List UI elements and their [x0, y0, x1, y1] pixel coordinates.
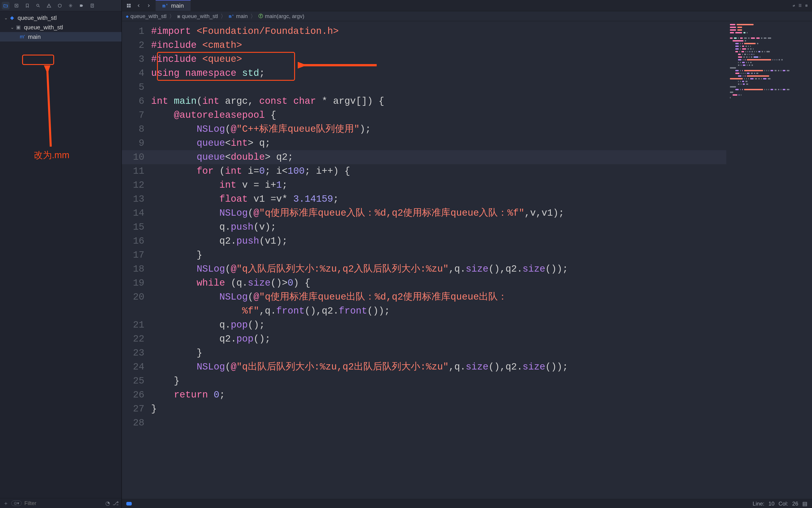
- status-col-value: 26: [792, 501, 798, 507]
- code-content[interactable]: return 0;: [151, 388, 726, 402]
- scm-filter-icon[interactable]: ⎇: [113, 501, 118, 506]
- code-line[interactable]: 16 q2.push(v1);: [122, 234, 726, 248]
- filter-input[interactable]: [25, 500, 102, 506]
- code-content[interactable]: NSLog(@"C++标准库queue队列使用");: [151, 122, 726, 136]
- editor-area: m' main ⇄ ☰ ⊞ ◆ queue_with_stl 〉 ▣ queue…: [122, 0, 812, 508]
- code-content[interactable]: q.push(v);: [151, 220, 726, 234]
- code-line[interactable]: 12 int v = i+1;: [122, 178, 726, 192]
- code-content[interactable]: q2.pop();: [151, 332, 726, 346]
- code-content[interactable]: }: [151, 248, 726, 262]
- code-content[interactable]: %f",q.front(),q2.front());: [151, 304, 726, 318]
- code-line[interactable]: 24 NSLog(@"q出队后队列大小:%zu,q2出队后队列大小:%zu",q…: [122, 360, 726, 374]
- code-line[interactable]: 2#include <cmath>: [122, 38, 726, 52]
- code-line[interactable]: 22 q2.pop();: [122, 332, 726, 346]
- gutter: 10: [122, 150, 151, 164]
- code-line[interactable]: 21 q.pop();: [122, 318, 726, 332]
- project-navigator-icon[interactable]: [2, 2, 9, 9]
- code-line[interactable]: 28: [122, 416, 726, 430]
- gutter: 20: [122, 290, 151, 304]
- debug-navigator-icon[interactable]: [67, 2, 75, 9]
- code-content[interactable]: }: [151, 346, 726, 360]
- code-line[interactable]: 13 float v1 =v* 3.14159;: [122, 192, 726, 206]
- code-line[interactable]: 15 q.push(v);: [122, 220, 726, 234]
- report-navigator-icon[interactable]: [88, 2, 96, 9]
- code-line[interactable]: 23 }: [122, 346, 726, 360]
- code-content[interactable]: #include <cmath>: [151, 38, 726, 52]
- code-line[interactable]: 25 }: [122, 374, 726, 388]
- code-line[interactable]: 10 queue<double> q2;: [122, 150, 726, 164]
- project-name: queue_with_stl: [17, 14, 57, 22]
- breakpoint-navigator-icon[interactable]: [78, 2, 85, 9]
- code-content[interactable]: NSLog(@"q入队后队列大小:%zu,q2入队后队列大小:%zu",q.si…: [151, 262, 726, 276]
- filter-scope-pill[interactable]: ⊙▾: [11, 501, 22, 506]
- code-content[interactable]: int v = i+1;: [151, 178, 726, 192]
- source-control-icon[interactable]: [13, 2, 20, 9]
- code-content[interactable]: q.pop();: [151, 318, 726, 332]
- file-row-main[interactable]: m' main: [0, 32, 122, 42]
- code-line[interactable]: 18 NSLog(@"q入队后队列大小:%zu,q2入队后队列大小:%zu",q…: [122, 262, 726, 276]
- code-editor[interactable]: 1#import <Foundation/Foundation.h>2#incl…: [122, 21, 726, 499]
- add-icon[interactable]: ＋: [3, 501, 9, 506]
- outline-icon[interactable]: ▤: [802, 501, 808, 507]
- code-line[interactable]: 19 while (q.size()>0) {: [122, 276, 726, 290]
- function-icon: ⓕ: [258, 13, 263, 19]
- back-icon[interactable]: [135, 2, 142, 9]
- code-content[interactable]: NSLog(@"q使用标准库queue入队：%d,q2使用标准库queue入队：…: [151, 206, 726, 220]
- clock-icon[interactable]: ◔: [105, 501, 110, 506]
- code-content[interactable]: for (int i=0; i<100; i++) {: [151, 164, 726, 178]
- status-indicator-icon[interactable]: [126, 502, 132, 506]
- code-content[interactable]: }: [151, 402, 726, 416]
- code-line[interactable]: 20 NSLog(@"q使用标准库queue出队：%d,q2使用标准库queue…: [122, 290, 726, 304]
- tab-main[interactable]: m' main: [156, 0, 190, 11]
- file-tree[interactable]: ⌄ ◆ queue_with_stl ⌄ ▣ queue_with_stl m'…: [0, 11, 122, 498]
- breadcrumb-item[interactable]: main(argc, argv): [265, 13, 304, 19]
- code-content[interactable]: NSLog(@"q出队后队列大小:%zu,q2出队后队列大小:%zu",q.si…: [151, 360, 726, 374]
- code-content[interactable]: @autoreleasepool {: [151, 108, 726, 122]
- status-bar: Line: 10 Col: 26 ▤: [122, 499, 812, 508]
- search-navigator-icon[interactable]: [34, 2, 42, 9]
- project-row[interactable]: ⌄ ◆ queue_with_stl: [0, 13, 122, 23]
- code-line[interactable]: 1#import <Foundation/Foundation.h>: [122, 25, 726, 38]
- code-line[interactable]: 26 return 0;: [122, 388, 726, 402]
- forward-icon[interactable]: [145, 2, 153, 9]
- code-line[interactable]: 3#include <queue>: [122, 52, 726, 66]
- related-items-icon[interactable]: [125, 2, 133, 9]
- disclosure-icon[interactable]: ⌄: [4, 15, 9, 20]
- breadcrumb[interactable]: ◆ queue_with_stl 〉 ▣ queue_with_stl 〉 m'…: [122, 11, 812, 21]
- code-content[interactable]: float v1 =v* 3.14159;: [151, 192, 726, 206]
- code-line[interactable]: 11 for (int i=0; i<100; i++) {: [122, 164, 726, 178]
- code-content[interactable]: }: [151, 374, 726, 388]
- minimap[interactable]: [726, 21, 812, 499]
- code-line[interactable]: 8 NSLog(@"C++标准库queue队列使用");: [122, 122, 726, 136]
- code-line[interactable]: 17 }: [122, 248, 726, 262]
- refresh-icon[interactable]: ⇄: [793, 3, 795, 8]
- code-line[interactable]: 6int main(int argc, const char * argv[])…: [122, 94, 726, 108]
- issues-navigator-icon[interactable]: [45, 2, 53, 9]
- code-content[interactable]: while (q.size()>0) {: [151, 276, 726, 290]
- code-content[interactable]: queue<int> q;: [151, 136, 726, 150]
- adjust-editor-icon[interactable]: ☰: [799, 3, 802, 8]
- bookmark-navigator-icon[interactable]: [24, 2, 31, 9]
- folder-row[interactable]: ⌄ ▣ queue_with_stl: [0, 23, 122, 32]
- breadcrumb-item[interactable]: queue_with_stl: [130, 13, 166, 19]
- code-content[interactable]: #import <Foundation/Foundation.h>: [151, 25, 726, 38]
- code-line[interactable]: 14 NSLog(@"q使用标准库queue入队：%d,q2使用标准库queue…: [122, 206, 726, 220]
- code-content[interactable]: int main(int argc, const char * argv[]) …: [151, 94, 726, 108]
- code-line[interactable]: %f",q.front(),q2.front());: [122, 304, 726, 318]
- breadcrumb-item[interactable]: queue_with_stl: [182, 13, 218, 19]
- disclosure-icon[interactable]: ⌄: [10, 25, 15, 30]
- code-line[interactable]: 5: [122, 80, 726, 94]
- tests-navigator-icon[interactable]: [56, 2, 63, 9]
- code-content[interactable]: queue<double> q2;: [151, 150, 726, 164]
- code-line[interactable]: 27}: [122, 402, 726, 416]
- code-content[interactable]: #include <queue>: [151, 52, 726, 66]
- code-content[interactable]: q2.push(v1);: [151, 234, 726, 248]
- add-editor-icon[interactable]: ⊞: [805, 3, 808, 8]
- tab-bar: m' main ⇄ ☰ ⊞: [122, 0, 812, 11]
- code-content[interactable]: NSLog(@"q使用标准库queue出队：%d,q2使用标准库queue出队：: [151, 290, 726, 304]
- code-line[interactable]: 7 @autoreleasepool {: [122, 108, 726, 122]
- code-content[interactable]: using namespace std;: [151, 66, 726, 80]
- code-line[interactable]: 9 queue<int> q;: [122, 136, 726, 150]
- breadcrumb-item[interactable]: main: [236, 13, 248, 19]
- code-line[interactable]: 4using namespace std;: [122, 66, 726, 80]
